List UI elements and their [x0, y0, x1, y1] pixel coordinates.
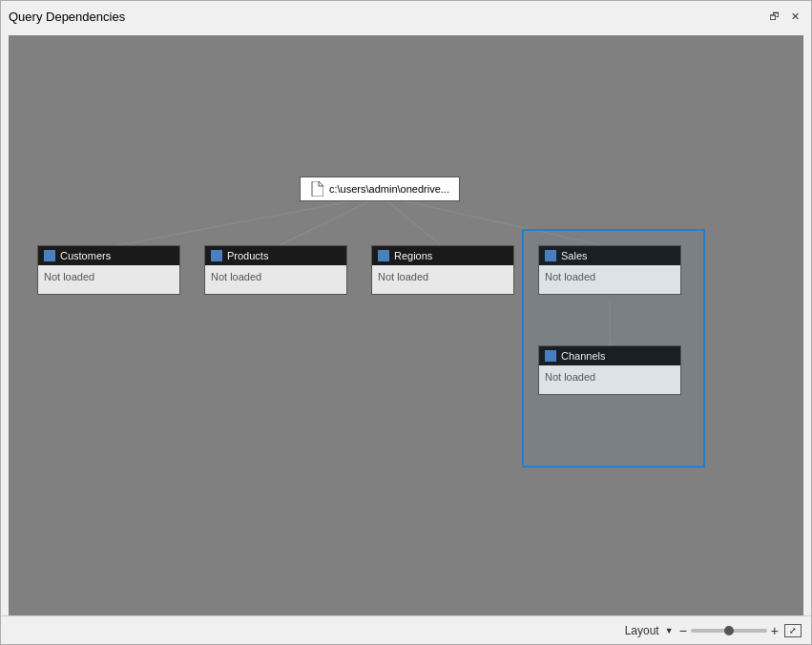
table-icon-regions — [378, 250, 389, 261]
file-node[interactable]: c:\users\admin\onedrive... — [300, 177, 460, 201]
table-node-sales[interactable]: Sales Not loaded — [538, 245, 681, 295]
zoom-in-button[interactable]: + — [771, 624, 779, 637]
table-name-customers: Customers — [60, 250, 111, 261]
table-body-products: Not loaded — [205, 265, 346, 294]
table-name-regions: Regions — [394, 250, 432, 261]
table-status-customers: Not loaded — [44, 271, 94, 282]
svg-line-0 — [109, 196, 381, 247]
file-icon — [310, 181, 323, 197]
table-header-customers: Customers — [38, 246, 179, 265]
table-status-sales: Not loaded — [545, 271, 595, 282]
fit-to-window-button[interactable]: ⤢ — [784, 624, 802, 637]
zoom-controls: − + — [679, 624, 779, 637]
table-header-regions: Regions — [372, 246, 513, 265]
table-name-channels: Channels — [561, 350, 605, 362]
restore-button[interactable]: 🗗 — [765, 8, 782, 25]
table-body-regions: Not loaded — [372, 265, 513, 294]
svg-line-4 — [381, 196, 443, 247]
table-status-products: Not loaded — [211, 271, 261, 282]
svg-line-2 — [276, 196, 381, 247]
zoom-out-button[interactable]: − — [679, 624, 687, 637]
table-status-regions: Not loaded — [378, 271, 428, 282]
layout-dropdown[interactable]: ▼ — [665, 626, 674, 635]
table-icon-products — [211, 250, 222, 261]
table-body-sales: Not loaded — [539, 265, 680, 294]
dependency-canvas[interactable]: c:\users\admin\onedrive... Customers Not… — [9, 35, 803, 615]
table-node-channels[interactable]: Channels Not loaded — [538, 345, 681, 395]
fit-icon: ⤢ — [789, 626, 797, 635]
chevron-down-icon: ▼ — [665, 626, 674, 635]
connector-lines — [9, 35, 803, 615]
table-name-sales: Sales — [561, 250, 588, 261]
close-button[interactable]: ✕ — [786, 8, 803, 25]
table-icon-customers — [44, 250, 55, 261]
table-header-products: Products — [205, 246, 346, 265]
svg-line-6 — [381, 196, 610, 247]
table-body-customers: Not loaded — [38, 265, 179, 294]
bottom-toolbar: Layout ▼ − + ⤢ — [1, 615, 811, 644]
title-bar: Query Dependencies 🗗 ✕ — [1, 1, 811, 31]
window-title: Query Dependencies — [9, 10, 125, 24]
table-name-products: Products — [227, 250, 268, 261]
window-controls: 🗗 ✕ — [765, 8, 803, 25]
layout-label: Layout — [625, 624, 659, 637]
file-node-label: c:\users\admin\onedrive... — [329, 183, 449, 195]
table-icon-channels — [545, 350, 556, 362]
table-body-channels: Not loaded — [539, 365, 680, 394]
table-status-channels: Not loaded — [545, 371, 595, 383]
zoom-slider-thumb — [724, 626, 734, 635]
table-icon-sales — [545, 250, 556, 261]
zoom-slider[interactable] — [691, 629, 767, 633]
table-header-channels: Channels — [539, 346, 680, 365]
main-window: Query Dependencies 🗗 ✕ — [0, 0, 812, 645]
table-node-products[interactable]: Products Not loaded — [204, 245, 347, 295]
table-node-regions[interactable]: Regions Not loaded — [371, 245, 514, 295]
table-node-customers[interactable]: Customers Not loaded — [37, 245, 180, 295]
table-header-sales: Sales — [539, 246, 680, 265]
